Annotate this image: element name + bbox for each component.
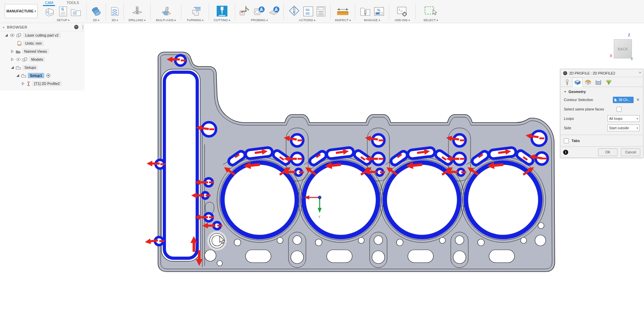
- cancel-button[interactable]: Cancel: [621, 148, 640, 156]
- group-label-multiaxis[interactable]: MULTI-AXIS: [156, 18, 174, 22]
- viewcube-y-label: Y: [631, 57, 633, 61]
- side-dropdown[interactable]: Start outside ▾: [607, 125, 640, 131]
- setup-folder-icon[interactable]: [70, 7, 82, 17]
- loops-row: Loops All loops ▾: [560, 114, 643, 123]
- tool-library-icon[interactable]: [360, 6, 371, 17]
- tree-item-units[interactable]: Units: mm: [0, 39, 85, 47]
- scripts-addins-icon[interactable]: [396, 6, 408, 17]
- setups-folder-icon: [16, 65, 21, 70]
- tree-item-setup1[interactable]: Setup1: [0, 72, 85, 80]
- collapsed-triangle-icon[interactable]: [11, 50, 14, 53]
- dialog-tab-linking[interactable]: [603, 78, 614, 87]
- expanded-triangle-icon[interactable]: [5, 34, 8, 37]
- group-label-setup[interactable]: SETUP: [57, 18, 67, 22]
- dialog-minimize-icon[interactable]: −: [563, 71, 567, 75]
- geometry-section-label: Geometry: [569, 90, 586, 94]
- dialog-tab-passes[interactable]: [593, 78, 603, 87]
- probe-wcs-icon[interactable]: [238, 5, 251, 17]
- gcode-document-icon[interactable]: G: [59, 6, 67, 17]
- setup-folder-icon: [21, 74, 26, 78]
- gasket-part-canvas[interactable]: X Y: [0, 23, 644, 320]
- machining-time-icon[interactable]: %: [374, 6, 384, 17]
- group-label-manage[interactable]: MANAGE: [364, 18, 378, 22]
- viewcube-face-back[interactable]: BACK: [614, 39, 632, 58]
- collapse-panel-icon[interactable]: «: [3, 26, 5, 29]
- simulate-icon[interactable]: [289, 5, 300, 17]
- tree-label-2d-profile2[interactable]: [T1] 2D Profile2: [32, 81, 62, 86]
- group-label-inspect[interactable]: INSPECT: [335, 18, 348, 22]
- component-icon: [16, 33, 21, 38]
- 2d-milling-icon[interactable]: [91, 6, 102, 17]
- ok-button[interactable]: OK: [598, 148, 618, 156]
- tree-label-setups[interactable]: Setups: [22, 65, 38, 70]
- panel-drag-handle[interactable]: [83, 25, 83, 30]
- measure-icon[interactable]: [336, 7, 349, 17]
- visibility-eye-icon[interactable]: [10, 34, 15, 37]
- side-value: Start outside: [609, 126, 637, 130]
- side-row: Side Start outside ▾: [560, 123, 643, 133]
- tree-item-root[interactable]: Laser cutting part v2: [0, 31, 85, 39]
- tree-item-2d-profile2[interactable]: [T1] 2D Profile2: [0, 80, 85, 88]
- viewcube[interactable]: Z BACK X Y: [611, 33, 636, 62]
- group-label-turning[interactable]: TURNING: [187, 18, 201, 22]
- group-label-actions[interactable]: ACTIONS: [299, 18, 313, 22]
- probe-geometry-icon[interactable]: [253, 5, 265, 17]
- 3d-milling-icon[interactable]: [110, 6, 120, 17]
- loops-label: Loops: [564, 117, 607, 121]
- tree-label-setup1[interactable]: Setup1: [28, 73, 44, 78]
- tabs-label: Tabs: [572, 139, 580, 143]
- cutting-icon-active[interactable]: [216, 5, 228, 17]
- toolbar-group-drilling: DRILLING ▾: [124, 0, 150, 23]
- active-setup-target-icon[interactable]: [46, 73, 51, 78]
- visibility-eye-icon[interactable]: [16, 58, 21, 61]
- workspace-switcher-button[interactable]: MANUFACTURE ▾: [5, 4, 38, 18]
- new-setup-icon[interactable]: [45, 7, 56, 17]
- loops-dropdown[interactable]: All loops ▾: [607, 115, 640, 122]
- group-label-addins[interactable]: ADD-INS: [394, 18, 408, 22]
- dialog-header[interactable]: − 2D PROFILE : 2D PROFILE2 »: [560, 69, 643, 77]
- multi-axis-icon[interactable]: [160, 6, 172, 17]
- select-icon[interactable]: [424, 5, 437, 17]
- tree-label-root[interactable]: Laser cutting part v2: [23, 33, 61, 38]
- contour-selection-chip[interactable]: 38 Ch...: [613, 97, 634, 103]
- group-label-2d[interactable]: 2D: [93, 18, 97, 22]
- tree-label-named-views[interactable]: Named Views: [22, 49, 49, 54]
- tree-item-models[interactable]: Models: [0, 55, 85, 63]
- turning-icon[interactable]: [189, 6, 201, 17]
- section-collapse-icon[interactable]: ▼: [564, 90, 567, 93]
- hide-browser-icon[interactable]: −: [74, 25, 78, 29]
- caret-down-icon: ▾: [68, 19, 69, 22]
- info-icon[interactable]: i: [563, 150, 568, 155]
- slot-contour[interactable]: [161, 69, 200, 261]
- group-label-3d[interactable]: 3D: [112, 18, 116, 22]
- caret-down-icon: ▾: [379, 19, 380, 22]
- tabs-checkbox[interactable]: [564, 138, 569, 143]
- tree-item-named-views[interactable]: Named Views: [0, 47, 85, 55]
- setup-sheet-icon[interactable]: [316, 6, 326, 17]
- dialog-tab-heights[interactable]: [583, 78, 593, 87]
- expanded-triangle-icon[interactable]: [11, 66, 14, 69]
- group-label-cutting[interactable]: CUTTING: [214, 18, 228, 22]
- geometry-section-header[interactable]: ▼ Geometry: [560, 87, 643, 95]
- clear-selection-icon[interactable]: ✕: [636, 97, 640, 102]
- passes-tab-icon: [595, 80, 601, 85]
- tool-tab-icon: [565, 79, 570, 85]
- inspect-surface-icon[interactable]: [268, 5, 280, 17]
- dialog-tab-geometry[interactable]: [572, 78, 583, 87]
- tree-label-models[interactable]: Models: [29, 57, 45, 62]
- dialog-tab-tool[interactable]: [562, 78, 572, 87]
- drilling-icon[interactable]: [131, 6, 143, 17]
- tree-label-units[interactable]: Units: mm: [23, 41, 44, 46]
- group-label-select[interactable]: SELECT: [423, 18, 436, 22]
- toolbar-group-3d: 3D ▾: [106, 0, 123, 23]
- collapsed-triangle-icon[interactable]: [11, 58, 14, 61]
- post-process-icon[interactable]: G1G2: [303, 6, 314, 17]
- dialog-footer: i OK Cancel: [560, 146, 643, 157]
- tree-item-setups[interactable]: Setups: [0, 63, 85, 72]
- group-label-probing[interactable]: PROBING: [251, 18, 266, 22]
- collapsed-triangle-icon[interactable]: [21, 82, 25, 85]
- expanded-triangle-icon[interactable]: [16, 74, 19, 77]
- group-label-drilling[interactable]: DRILLING: [128, 18, 143, 22]
- dialog-expand-icon[interactable]: »: [639, 70, 641, 74]
- same-plane-checkbox[interactable]: [616, 107, 622, 112]
